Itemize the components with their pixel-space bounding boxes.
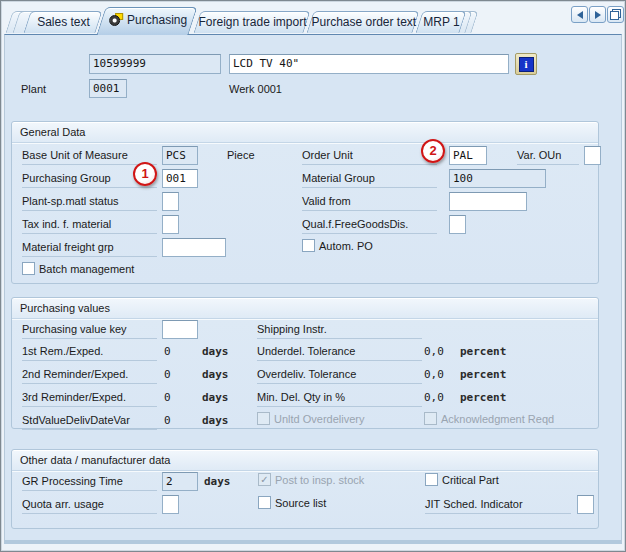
shipping-instr-label: Shipping Instr. (257, 323, 422, 339)
rem3-label: 3rd Reminder/Exped. (22, 391, 157, 407)
plant-label: Plant (21, 83, 46, 98)
valid-from-label: Valid from (302, 195, 437, 211)
jit-sched-indicator-label: JIT Sched. Indicator (425, 498, 571, 514)
valid-from-field[interactable] (449, 192, 527, 211)
material-group-label: Material Group (302, 172, 437, 188)
std-deliv-date-var-value: 0 (164, 414, 171, 427)
tab-label: Purchase order text (311, 12, 415, 29)
tab-scroll-left-button[interactable] (571, 6, 588, 23)
autom-po-checkbox[interactable]: Autom. PO (302, 239, 373, 252)
tab-scroll-right-button[interactable] (589, 6, 606, 23)
rem2-label: 2nd Reminder/Exped. (22, 368, 157, 384)
order-unit-label: Order Unit (302, 149, 437, 165)
plant-field: 0001 (89, 79, 127, 98)
purchasing-values-title: Purchasing values (20, 302, 110, 314)
checkbox-label: Source list (275, 497, 326, 509)
plant-description-text: Werk 0001 (229, 83, 282, 98)
tab-label: MRP 1 (420, 12, 462, 29)
checkbox-checkmark-icon: ✓ (258, 473, 271, 486)
checkbox-box (424, 412, 437, 425)
checkbox-box (257, 412, 270, 425)
order-unit-field[interactable]: PAL (449, 146, 487, 165)
material-number-field: 10599999 (89, 54, 221, 74)
unltd-overdelivery-checkbox: Unltd Overdelivery (257, 412, 364, 425)
checkbox-label: Batch management (39, 263, 134, 275)
gr-processing-time-field: 2 (162, 472, 198, 491)
tab-label: Sales text (28, 12, 98, 29)
min-del-qty-unit: percent (460, 391, 506, 404)
var-oun-field[interactable] (584, 146, 601, 165)
tab-foreign-trade-import[interactable]: Foreign trade import (193, 11, 310, 33)
rem3-value: 0 (164, 391, 171, 404)
tab-mrp-1[interactable]: MRP 1 (415, 11, 466, 33)
base-unit-description: Piece (227, 149, 255, 164)
quota-arr-usage-label: Quota arr. usage (22, 498, 157, 514)
qual-free-goods-label: Qual.f.FreeGoodsDis. (302, 218, 437, 234)
purchasing-value-key-field[interactable] (162, 320, 198, 339)
underdel-tolerance-unit: percent (460, 345, 506, 358)
checkbox-label: Post to insp. stock (275, 474, 364, 486)
groupbox-divider (12, 318, 598, 320)
general-data-title: General Data (20, 126, 85, 138)
rem3-unit: days (202, 391, 229, 404)
post-to-insp-stock-checkbox: ✓ Post to insp. stock (258, 473, 364, 486)
underdel-tolerance-label: Underdel. Tolerance (257, 345, 422, 361)
checkbox-box (425, 473, 438, 486)
min-del-qty-label: Min. Del. Qty in % (257, 391, 422, 407)
tab-label: Foreign trade import (198, 12, 306, 29)
tax-ind-label: Tax ind. f. material (22, 218, 157, 234)
var-oun-label: Var. OUn (517, 149, 579, 165)
groupbox-divider (12, 142, 598, 144)
annotation-circle-1: 1 (133, 162, 157, 186)
tab-purchase-order-text[interactable]: Purchase order text (306, 11, 419, 33)
checkbox-label: Unltd Overdelivery (274, 413, 364, 425)
checkbox-box (258, 496, 271, 509)
other-data-title: Other data / manufacturer data (20, 454, 170, 466)
overdeliv-tolerance-unit: percent (460, 368, 506, 381)
tab-list-icon (610, 9, 621, 20)
underdel-tolerance-value: 0,0 (424, 345, 444, 358)
material-group-field: 100 (449, 169, 546, 188)
material-description-field[interactable]: LCD TV 40" (229, 54, 509, 74)
checkbox-label: Critical Part (442, 474, 499, 486)
general-data-groupbox: General Data Base Unit of Measure PCS Pi… (11, 121, 599, 284)
checkbox-box (22, 262, 35, 275)
critical-part-checkbox[interactable]: Critical Part (425, 473, 499, 486)
purchasing-tab-icon (109, 13, 124, 26)
tax-ind-field[interactable] (162, 215, 179, 234)
batch-management-checkbox[interactable]: Batch management (22, 262, 134, 275)
purchasing-group-field[interactable]: 001 (162, 169, 198, 188)
info-icon: i (519, 57, 534, 72)
tab-sales-text[interactable]: Sales text (23, 11, 102, 33)
source-list-checkbox[interactable]: Source list (258, 496, 326, 509)
rem2-unit: days (202, 368, 229, 381)
acknowledgment-reqd-checkbox: Acknowledgment Reqd (424, 412, 554, 425)
rem1-value: 0 (164, 345, 171, 358)
checkbox-label: Autom. PO (319, 240, 373, 252)
checkbox-box (302, 239, 315, 252)
rem2-value: 0 (164, 368, 171, 381)
freight-group-label: Material freight grp (22, 241, 157, 257)
std-deliv-date-var-label: StdValueDelivDateVar (22, 414, 157, 430)
overdeliv-tolerance-label: Overdeliv. Tolerance (257, 368, 422, 384)
jit-sched-indicator-field[interactable] (577, 495, 594, 514)
qual-free-goods-field[interactable] (449, 215, 466, 234)
quota-arr-usage-field[interactable] (162, 495, 179, 514)
annotation-circle-2: 2 (421, 139, 445, 163)
other-data-groupbox: Other data / manufacturer data GR Proces… (11, 449, 599, 529)
left-arrow-icon (577, 11, 583, 19)
right-arrow-icon (595, 11, 601, 19)
tab-label: Purchasing (127, 13, 187, 27)
rem1-label: 1st Rem./Exped. (22, 345, 157, 361)
plant-status-field[interactable] (162, 192, 179, 211)
purchasing-value-key-label: Purchasing value key (22, 323, 157, 339)
tab-overview-button[interactable] (607, 6, 624, 23)
plant-status-label: Plant-sp.matl status (22, 195, 157, 211)
rem1-unit: days (202, 345, 229, 358)
freight-group-field[interactable] (162, 238, 226, 257)
gr-processing-time-unit: days (204, 475, 231, 488)
info-button[interactable]: i (515, 53, 537, 75)
std-deliv-date-var-unit: days (202, 414, 229, 427)
sap-material-purchasing-window: Sales text Purchasing Foreign trade impo… (0, 0, 626, 552)
tab-purchasing[interactable]: Purchasing (96, 7, 197, 35)
